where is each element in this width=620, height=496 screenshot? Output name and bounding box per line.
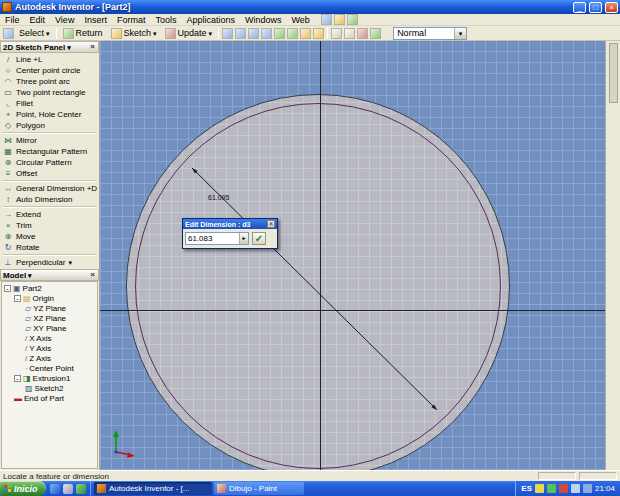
display-mode-icon[interactable] [300, 28, 311, 39]
updates-icon[interactable] [535, 484, 544, 493]
menu-web[interactable]: Web [286, 15, 314, 25]
tool-mirror[interactable]: ⋈Mirror [0, 135, 99, 146]
rotate-view-icon[interactable] [274, 28, 285, 39]
tool-offset[interactable]: ≡Offset [0, 168, 99, 179]
tool-perpendicular[interactable]: ⊥Perpendicular▾ [0, 257, 99, 268]
sketch-grid-icon[interactable] [331, 28, 342, 39]
help-icon[interactable] [334, 14, 345, 25]
media-player-icon[interactable] [76, 484, 86, 494]
menu-tools[interactable]: Tools [150, 15, 181, 25]
tree-node-part2[interactable]: -▣Part2 [2, 283, 97, 293]
volume-icon[interactable] [571, 484, 580, 493]
internet-explorer-icon[interactable] [50, 484, 60, 494]
dimension-value-input[interactable] [186, 234, 239, 243]
tree-node-sketch2[interactable]: ▨Sketch2 [2, 383, 97, 393]
style-combobox[interactable]: Normal ▾ [393, 27, 467, 40]
model-panel-header[interactable]: Model ▾ × [0, 269, 99, 281]
tree-node-y-axis[interactable]: /Y Axis [2, 343, 97, 353]
tool-auto-dimension[interactable]: ↕Auto Dimension [0, 194, 99, 205]
collapse-icon[interactable]: - [4, 285, 11, 292]
menu-windows[interactable]: Windows [240, 15, 287, 25]
menu-edit[interactable]: Edit [25, 15, 51, 25]
tool-label: General Dimension +D [16, 184, 97, 193]
look-at-icon[interactable] [287, 28, 298, 39]
tool-trim[interactable]: ×Trim [0, 220, 99, 231]
tool-polygon[interactable]: ◇Polygon [0, 120, 99, 131]
menu-insert[interactable]: Insert [79, 15, 112, 25]
chevron-down-icon[interactable]: ▾ [67, 42, 71, 53]
tool-line[interactable]: /Line +L [0, 54, 99, 65]
panel-close-icon[interactable]: × [89, 271, 96, 279]
sketch-button[interactable]: Sketch ▾ [108, 27, 160, 40]
tool-rectangular-pattern[interactable]: ▦Rectangular Pattern [0, 146, 99, 157]
tree-node-xz-plane[interactable]: ▱XZ Plane [2, 313, 97, 323]
sketch-canvas[interactable]: 61.095 Edit Dimension : d3 × ▸ ✓ [100, 41, 605, 470]
panel-close-icon[interactable]: × [89, 43, 96, 51]
select-arrow-icon[interactable] [3, 28, 14, 39]
tool-two-point-rectangle[interactable]: ▭Two point rectangle [0, 87, 99, 98]
menu-applications[interactable]: Applications [181, 15, 240, 25]
precise-input-icon[interactable] [344, 28, 355, 39]
collapse-icon[interactable]: - [14, 295, 21, 302]
tool-circular-pattern[interactable]: ⊛Circular Pattern [0, 157, 99, 168]
language-indicator[interactable]: ES [521, 484, 532, 493]
accept-checkmark-button[interactable]: ✓ [252, 232, 266, 245]
sketch-circle[interactable] [135, 103, 501, 469]
dimension-value-label[interactable]: 61.095 [208, 194, 229, 201]
tool-move[interactable]: ⊕Move [0, 231, 99, 242]
tool-extend[interactable]: →Extend [0, 209, 99, 220]
zoom-icon[interactable] [248, 28, 259, 39]
tree-node-yz-plane[interactable]: ▱YZ Plane [2, 303, 97, 313]
chevron-down-icon[interactable]: ▾ [28, 270, 32, 281]
tool-general-dimension[interactable]: ↔General Dimension +D [0, 183, 99, 194]
zoom-window-icon[interactable] [235, 28, 246, 39]
start-button[interactable]: Inicio [0, 481, 46, 496]
select-button[interactable]: Select ▾ [16, 27, 53, 40]
style-icon[interactable] [370, 28, 381, 39]
scrollbar-thumb[interactable] [609, 43, 618, 103]
dialog-close-icon[interactable]: × [267, 220, 275, 228]
zoom-all-icon[interactable] [222, 28, 233, 39]
chevron-down-icon[interactable]: ▾ [68, 257, 72, 268]
tool-label: Mirror [16, 136, 37, 145]
clock[interactable]: 21:04 [595, 484, 615, 493]
tree-node-extrusion1[interactable]: -◨Extrusion1 [2, 373, 97, 383]
model-panel-title: Model [3, 271, 26, 280]
camera-icon[interactable] [347, 14, 358, 25]
collapse-icon[interactable]: - [14, 375, 21, 382]
minimize-button[interactable]: _ [573, 2, 586, 13]
tree-node-z-axis[interactable]: /Z Axis [2, 353, 97, 363]
tool-fillet[interactable]: ◟Fillet [0, 98, 99, 109]
antivirus-icon[interactable] [559, 484, 568, 493]
task-autodesk-inventor[interactable]: Autodesk Inventor - [... [94, 482, 212, 495]
return-button[interactable]: Return [60, 27, 106, 40]
pan-icon[interactable] [261, 28, 272, 39]
tool-point-hole-center[interactable]: +Point, Hole Center [0, 109, 99, 120]
show-desktop-icon[interactable] [63, 484, 73, 494]
printer-icon[interactable] [321, 14, 332, 25]
camera-view-icon[interactable] [313, 28, 324, 39]
vertical-scrollbar[interactable] [605, 41, 620, 470]
tool-three-point-arc[interactable]: ◠Three point arc [0, 76, 99, 87]
task-paint[interactable]: Dibujo - Paint [214, 482, 304, 495]
maximize-button[interactable]: □ [589, 2, 602, 13]
tool-rotate[interactable]: ↻Rotate [0, 242, 99, 253]
update-button[interactable]: Update ▾ [162, 27, 216, 40]
tree-node-xy-plane[interactable]: ▱XY Plane [2, 323, 97, 333]
dialog-title-bar[interactable]: Edit Dimension : d3 × [183, 219, 277, 229]
sketch-panel-header[interactable]: 2D Sketch Panel ▾ × [0, 41, 99, 53]
messenger-icon[interactable] [547, 484, 556, 493]
construction-icon[interactable] [357, 28, 368, 39]
tree-node-origin[interactable]: -▤Origin [2, 293, 97, 303]
dropdown-arrow-icon[interactable]: ▾ [454, 28, 466, 39]
network-icon[interactable] [583, 484, 592, 493]
menu-view[interactable]: View [50, 15, 79, 25]
tree-node-end-of-part[interactable]: ▬End of Part [2, 393, 97, 403]
menu-file[interactable]: File [0, 15, 25, 25]
menu-format[interactable]: Format [112, 15, 151, 25]
tree-node-x-axis[interactable]: /X Axis [2, 333, 97, 343]
tool-center-point-circle[interactable]: ○Center point circle [0, 65, 99, 76]
tree-node-center-point[interactable]: ∙Center Point [2, 363, 97, 373]
input-flyout-arrow-icon[interactable]: ▸ [239, 233, 248, 244]
close-button[interactable]: × [605, 2, 618, 13]
